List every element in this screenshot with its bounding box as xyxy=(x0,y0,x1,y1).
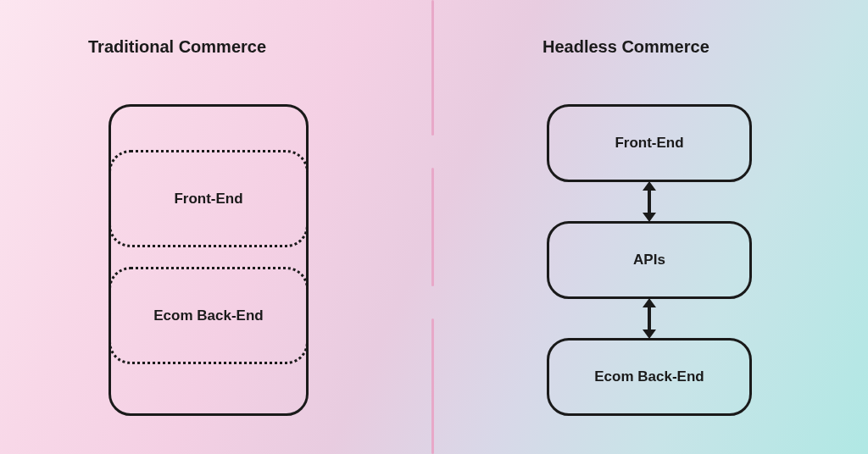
traditional-title: Traditional Commerce xyxy=(88,37,266,57)
divider-segment-3 xyxy=(431,318,434,454)
headless-title: Headless Commerce xyxy=(542,37,709,57)
traditional-frontend-box: Front-End xyxy=(108,150,309,247)
traditional-backend-label: Ecom Back-End xyxy=(153,307,263,324)
headless-backend-label: Ecom Back-End xyxy=(594,368,704,385)
arrow-icon xyxy=(648,307,651,330)
headless-frontend-box: Front-End xyxy=(547,104,752,182)
traditional-frontend-label: Front-End xyxy=(174,191,242,208)
headless-apis-label: APIs xyxy=(633,252,665,269)
divider-segment-1 xyxy=(431,0,434,136)
headless-apis-box: APIs xyxy=(547,221,752,299)
divider-segment-2 xyxy=(431,168,434,286)
arrow-icon xyxy=(648,190,651,213)
headless-backend-box: Ecom Back-End xyxy=(547,338,752,416)
traditional-backend-box: Ecom Back-End xyxy=(108,267,309,364)
headless-frontend-label: Front-End xyxy=(615,135,683,152)
